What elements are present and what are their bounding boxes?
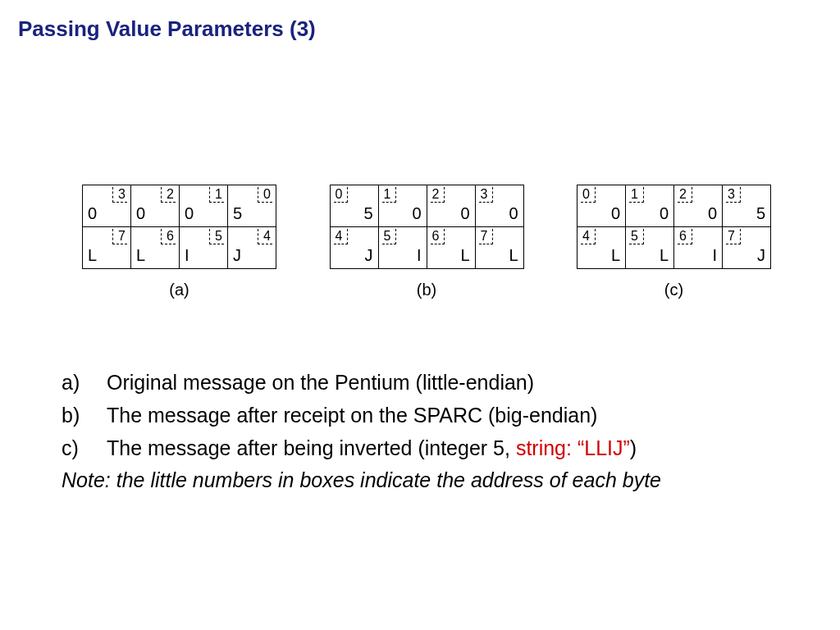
byte-value: 5 — [756, 204, 765, 223]
byte-value: I — [185, 246, 189, 265]
byte-cell: 00 — [578, 185, 625, 226]
byte-value: L — [660, 246, 669, 265]
byte-address: 4 — [258, 229, 272, 244]
item-a-marker: a) — [62, 369, 107, 397]
caption-a: (a) — [169, 281, 189, 299]
byte-address: 1 — [382, 187, 397, 203]
byte-address: 6 — [161, 229, 176, 244]
byte-cell: 20 — [427, 185, 475, 226]
byte-address: 7 — [479, 229, 494, 244]
byte-value: 0 — [185, 204, 194, 223]
table-row: 4L5L6I7J — [578, 226, 770, 268]
byte-cell: 20 — [673, 185, 722, 226]
byte-address: 3 — [726, 187, 741, 203]
block-c: 001020354L5L6I7J (c) — [577, 185, 771, 299]
byte-cell: 10 — [179, 185, 227, 226]
item-c: c) The message after being inverted (int… — [62, 435, 783, 463]
byte-address: 1 — [629, 187, 644, 203]
item-a-text: Original message on the Pentium (little-… — [107, 369, 783, 397]
byte-cell: 10 — [625, 185, 673, 226]
byte-address: 4 — [581, 229, 596, 244]
byte-value: 0 — [611, 204, 620, 223]
item-c-red: string: “LLIJ” — [516, 436, 630, 459]
item-b-text: The message after receipt on the SPARC (… — [107, 402, 783, 430]
item-b: b) The message after receipt on the SPAR… — [62, 402, 783, 430]
byte-cell: 6I — [673, 227, 722, 268]
table-a: 302010057L6L5I4J — [82, 185, 276, 269]
slide-title: Passing Value Parameters (3) — [18, 16, 316, 42]
byte-address: 3 — [479, 187, 494, 203]
byte-address: 3 — [112, 187, 127, 203]
byte-address: 7 — [112, 229, 127, 244]
byte-cell: 6L — [130, 227, 179, 268]
byte-value: J — [233, 246, 241, 265]
byte-value: 0 — [412, 204, 421, 223]
byte-address: 4 — [334, 229, 349, 244]
byte-cell: 05 — [331, 185, 378, 226]
byte-address: 1 — [209, 187, 224, 203]
caption-b: (b) — [417, 281, 436, 299]
byte-cell: 05 — [227, 185, 276, 226]
byte-address: 0 — [581, 187, 596, 203]
byte-cell: 4J — [331, 227, 378, 268]
table-b: 051020304J5I6L7L — [330, 185, 524, 269]
table-row: 4J5I6L7L — [331, 226, 523, 268]
byte-cell: 7J — [722, 227, 770, 268]
byte-address: 2 — [161, 187, 176, 203]
byte-address: 0 — [334, 187, 349, 203]
byte-address: 2 — [431, 187, 445, 203]
byte-cell: 5I — [378, 227, 427, 268]
byte-cell: 7L — [83, 227, 130, 268]
byte-address: 5 — [382, 229, 397, 244]
byte-cell: 10 — [378, 185, 427, 226]
byte-cell: 35 — [722, 185, 770, 226]
byte-cell: 4J — [227, 227, 276, 268]
byte-value: J — [757, 246, 765, 265]
item-c-post: ) — [630, 436, 637, 459]
byte-address: 2 — [678, 187, 692, 203]
byte-address: 7 — [726, 229, 741, 244]
note: Note: the little numbers in boxes indica… — [62, 467, 783, 495]
item-c-marker: c) — [62, 435, 107, 463]
block-a: 302010057L6L5I4J (a) — [82, 185, 276, 299]
byte-address: 5 — [209, 229, 224, 244]
byte-value: I — [712, 246, 717, 265]
byte-value: 0 — [460, 204, 469, 223]
byte-value: I — [417, 246, 422, 265]
byte-value: 0 — [509, 204, 518, 223]
byte-value: L — [136, 246, 145, 265]
table-row: 7L6L5I4J — [83, 226, 276, 268]
byte-value: 0 — [88, 204, 97, 223]
byte-cell: 30 — [83, 185, 130, 226]
byte-value: L — [611, 246, 620, 265]
item-c-pre: The message after being inverted (intege… — [107, 436, 516, 459]
table-c: 001020354L5L6I7J — [577, 185, 771, 269]
byte-cell: 4L — [578, 227, 625, 268]
text-area: a) Original message on the Pentium (litt… — [62, 369, 783, 495]
byte-cell: 7L — [475, 227, 523, 268]
byte-cell: 30 — [475, 185, 523, 226]
table-row: 30201005 — [83, 185, 276, 226]
byte-value: 0 — [136, 204, 145, 223]
table-row: 05102030 — [331, 185, 523, 226]
byte-cell: 5I — [179, 227, 227, 268]
caption-c: (c) — [664, 281, 683, 299]
item-c-body: The message after being inverted (intege… — [107, 435, 783, 463]
byte-value: L — [460, 246, 469, 265]
byte-value: L — [88, 246, 97, 265]
byte-address: 6 — [431, 229, 445, 244]
byte-value: 5 — [363, 204, 372, 223]
item-a: a) Original message on the Pentium (litt… — [62, 369, 783, 397]
item-b-marker: b) — [62, 402, 107, 430]
byte-value: J — [365, 246, 373, 265]
byte-value: 5 — [233, 204, 242, 223]
byte-value: 0 — [660, 204, 669, 223]
byte-cell: 20 — [130, 185, 179, 226]
diagram-area: 302010057L6L5I4J (a) 051020304J5I6L7L (b… — [82, 185, 771, 299]
byte-cell: 6L — [427, 227, 475, 268]
byte-value: 0 — [708, 204, 717, 223]
byte-address: 0 — [258, 187, 272, 203]
byte-address: 5 — [629, 229, 644, 244]
byte-value: L — [509, 246, 518, 265]
byte-cell: 5L — [625, 227, 673, 268]
